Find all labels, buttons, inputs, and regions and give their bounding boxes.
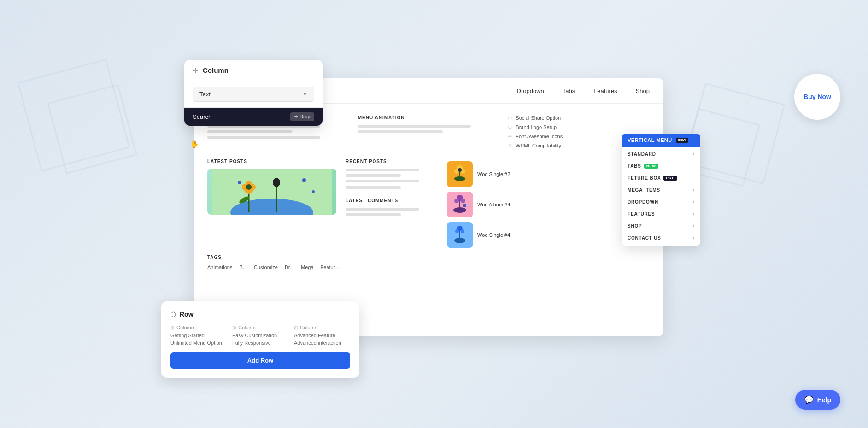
row-col-items-2: Easy Customization Fully Responsive [232, 333, 288, 346]
vm-item-label: FEATURES [628, 211, 655, 217]
menu-animation-title: MENU ANIMATION [358, 115, 499, 120]
content-line [346, 169, 419, 171]
row-panel-header: ⬡ Row [170, 311, 350, 318]
product-item-2: Woo Album #4 [447, 192, 650, 217]
vm-item-features[interactable]: FEATURES › [622, 208, 700, 220]
vm-arrow-icon: › [693, 224, 695, 228]
row-col-items-3: Advanced Feature Advanced interaction [294, 333, 350, 346]
vm-item-featurebox[interactable]: FETURE BOX PRO [622, 172, 700, 184]
product-label-2: Woo Album #4 [477, 202, 510, 207]
column-panel-dropdown[interactable]: Text ▼ [184, 81, 323, 108]
product-thumb-orange [447, 161, 473, 187]
search-label: Search [193, 113, 211, 120]
vertical-menu-header: VERTICAL MENU PRO [622, 134, 700, 147]
column-panel: ✛ Column Text ▼ Search ✛ Drag [184, 60, 323, 126]
row-col-item: Unlimited Menu Option [170, 340, 227, 346]
tag-item[interactable]: Animations [207, 264, 232, 270]
row-col-2: ⊞ Column Easy Customization Fully Respon… [232, 325, 288, 346]
latest-comments-title: LATEST COMMENTS [346, 198, 438, 203]
dropdown-value: Text [199, 91, 211, 98]
content-line [346, 208, 419, 211]
vertical-menu-panel: VERTICAL MENU PRO STANDARD › TABS NEW FE… [622, 134, 700, 246]
latest-posts-section: LATEST POSTS [207, 159, 336, 215]
help-button[interactable]: 💬 Help [795, 390, 840, 410]
vm-item-shop[interactable]: SHOP › [622, 220, 700, 232]
drag-icon: ✛ [193, 67, 198, 74]
product-label-1: Woo Single #2 [477, 171, 510, 177]
vertical-menu-items: STANDARD › TABS NEW FETURE BOX PRO MEGA … [622, 147, 700, 246]
buy-now-button[interactable]: Buy Now [794, 74, 840, 120]
product-thumb-pink [447, 192, 473, 217]
vm-item-dropdown[interactable]: DROPDOWN › [622, 196, 700, 208]
vm-arrow-icon: › [693, 200, 695, 204]
vm-arrow-icon: › [693, 212, 695, 216]
chat-icon: 💬 [804, 395, 814, 404]
post-image [207, 169, 336, 215]
vm-item-tabs[interactable]: TABS NEW [622, 160, 700, 172]
svg-point-25 [454, 199, 459, 203]
content-line [346, 180, 419, 182]
row-col-header-2: ⊞ Column [232, 325, 288, 330]
svg-point-32 [455, 229, 459, 233]
tag-item[interactable]: Featur... [321, 264, 339, 270]
svg-point-11 [238, 181, 241, 184]
row-col-header-label-2: Column [238, 325, 256, 330]
product-item-1: Woo Single #2 [447, 161, 650, 187]
col-expand-icon: ⊞ [170, 325, 174, 330]
vm-arrow-icon: › [693, 152, 695, 156]
svg-point-27 [463, 204, 466, 207]
help-label: Help [817, 396, 831, 404]
row-col-item: Fully Responsive [232, 340, 288, 346]
vm-item-label: TABS [628, 164, 641, 169]
pro-badge: PRO [676, 138, 688, 143]
nav-item-tabs[interactable]: Tabs [563, 88, 575, 94]
row-title: Row [180, 311, 194, 318]
vertical-menu-title: VERTICAL MENU [628, 137, 672, 143]
vm-item-megaitems[interactable]: MEGA ITEMS › [622, 184, 700, 196]
vm-arrow-icon: › [693, 188, 695, 192]
vm-item-label: FETURE BOX [628, 176, 661, 181]
row-col-items-1: Getting Started Unlimited Menu Option [170, 333, 227, 346]
vm-item-label: MEGA ITEMS [628, 188, 660, 193]
add-row-button[interactable]: Add Row [170, 352, 350, 369]
column-panel-title: Column [203, 66, 229, 74]
svg-point-26 [461, 199, 465, 203]
svg-point-33 [461, 229, 464, 233]
content-line [346, 174, 401, 177]
row-col-header-label-3: Column [300, 325, 317, 330]
menu-animation-section: MENU ANIMATION [358, 115, 499, 152]
feature-item: ⬡ Social Share Option [508, 115, 650, 121]
tag-item[interactable]: Customize [254, 264, 278, 270]
svg-point-7 [246, 184, 252, 190]
buy-now-label: Buy Now [803, 93, 831, 100]
tags-title: TAGS [207, 255, 650, 260]
vm-item-contactus[interactable]: CONTACT US › [622, 232, 700, 244]
vm-item-label: STANDARD [628, 152, 656, 157]
column-panel-search[interactable]: Search ✛ Drag [184, 108, 323, 126]
row-col-item: Easy Customization [232, 333, 288, 338]
svg-point-13 [312, 190, 315, 193]
row-columns: ⊞ Column Getting Started Unlimited Menu … [170, 325, 350, 346]
vm-item-standard[interactable]: STANDARD › [622, 148, 700, 160]
tag-item[interactable]: Dr... [285, 264, 294, 270]
column-panel-header: ✛ Column [184, 60, 323, 81]
tags-section: TAGS Animations B... Customize Dr... Meg… [194, 248, 663, 277]
nav-item-shop[interactable]: Shop [636, 88, 650, 94]
tag-item[interactable]: B... [239, 264, 247, 270]
nav-item-features[interactable]: Features [593, 88, 617, 94]
tag-item[interactable]: Mega [301, 264, 314, 270]
row-move-icon: ⬡ [170, 311, 176, 318]
nav-item-dropdown[interactable]: Dropdown [517, 88, 544, 94]
row-col-1: ⊞ Column Getting Started Unlimited Menu … [170, 325, 227, 346]
row-col-header-label-1: Column [176, 325, 194, 330]
pro-badge-item: PRO [663, 176, 677, 181]
chevron-down-icon: ▼ [303, 92, 307, 97]
content-line [207, 130, 292, 133]
row-col-item: Advanced Feature [294, 333, 350, 338]
recent-posts-section: RECENT POSTS LATEST COMMENTS [346, 159, 438, 219]
svg-point-20 [458, 168, 462, 172]
latest-posts-title: LATEST POSTS [207, 159, 336, 164]
dropdown-select[interactable]: Text ▼ [193, 87, 314, 102]
recent-posts-title: RECENT POSTS [346, 159, 438, 164]
row-col-header-1: ⊞ Column [170, 325, 227, 330]
